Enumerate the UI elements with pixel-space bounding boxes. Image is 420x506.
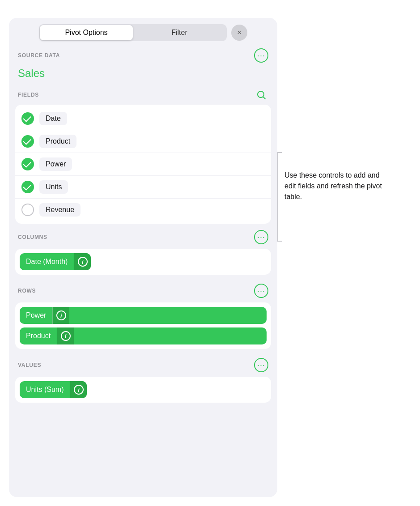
panel-content: SOURCE DATA ··· Sales FIELDS [9, 47, 277, 497]
values-more-button[interactable]: ··· [254, 358, 268, 372]
checkbox-power[interactable] [21, 158, 34, 170]
fields-search-button[interactable] [254, 88, 268, 102]
source-data-row: SOURCE DATA ··· [9, 47, 277, 65]
search-icon [256, 89, 267, 100]
rows-tag-product-info[interactable]: i [57, 327, 74, 344]
columns-more-dots-icon: ··· [257, 233, 265, 242]
rows-tag-power[interactable]: Power i [20, 307, 267, 324]
source-data-label: SOURCE DATA [18, 52, 60, 59]
tab-pivot-options[interactable]: Pivot Options [40, 25, 133, 40]
columns-label: COLUMNS [18, 234, 47, 240]
rows-more-button[interactable]: ··· [254, 284, 268, 298]
close-icon: × [237, 28, 242, 37]
checkbox-product[interactable] [21, 135, 34, 148]
field-pill-power: Power [39, 157, 72, 171]
checkbox-revenue[interactable] [21, 204, 34, 216]
tab-bar: Pivot Options Filter × [9, 18, 277, 47]
field-item-date[interactable]: Date [15, 107, 271, 130]
annotation-area: Use these controls to add and edit field… [277, 9, 392, 506]
rows-box: Power i Product i [15, 302, 271, 349]
field-item-power[interactable]: Power [15, 153, 271, 176]
tab-filter[interactable]: Filter [133, 25, 226, 40]
annotation-text: Use these controls to add and edit field… [284, 152, 392, 202]
values-tag-units-sum-info[interactable]: i [70, 381, 87, 398]
rows-tag-product[interactable]: Product i [20, 327, 267, 344]
svg-line-1 [263, 97, 266, 99]
columns-more-button[interactable]: ··· [254, 230, 268, 244]
field-pill-revenue: Revenue [39, 203, 81, 217]
close-button[interactable]: × [231, 25, 247, 41]
source-data-more-button[interactable]: ··· [254, 48, 268, 63]
source-data-title: Sales [9, 65, 277, 81]
info-icon-product: i [61, 331, 71, 341]
more-dots-icon: ··· [257, 51, 265, 60]
columns-tag-date-month[interactable]: Date (Month) i [20, 253, 91, 270]
checkbox-units[interactable] [21, 181, 34, 193]
columns-box: Date (Month) i [15, 249, 271, 275]
bracket-line [277, 152, 278, 242]
field-pill-date: Date [39, 112, 67, 125]
rows-more-dots-icon: ··· [257, 286, 265, 296]
fields-list: Date Product Power Units [15, 105, 271, 224]
columns-tag-date-month-label: Date (Month) [20, 258, 74, 266]
field-item-revenue[interactable]: Revenue [15, 199, 271, 221]
field-pill-units: Units [39, 180, 68, 194]
field-item-units[interactable]: Units [15, 176, 271, 199]
columns-header-row: COLUMNS ··· [9, 224, 277, 246]
rows-tag-product-label: Product [20, 332, 57, 340]
rows-tag-power-info[interactable]: i [52, 307, 69, 324]
info-icon: i [78, 257, 88, 267]
values-tag-units-sum[interactable]: Units (Sum) i [20, 381, 87, 398]
values-more-dots-icon: ··· [257, 361, 265, 370]
values-header-row: VALUES ··· [9, 352, 277, 374]
tabs-group: Pivot Options Filter [39, 24, 227, 41]
rows-label: ROWS [18, 288, 36, 294]
checkbox-date[interactable] [21, 112, 34, 125]
values-box: Units (Sum) i [15, 377, 271, 403]
pivot-options-panel: Pivot Options Filter × SOURCE DATA ··· S… [9, 18, 277, 497]
columns-tag-date-month-info[interactable]: i [74, 253, 91, 270]
rows-header-row: ROWS ··· [9, 277, 277, 300]
info-icon-power: i [56, 310, 66, 320]
info-icon-units-sum: i [74, 385, 84, 395]
field-pill-product: Product [39, 135, 76, 148]
field-item-product[interactable]: Product [15, 130, 271, 153]
fields-label: FIELDS [18, 92, 39, 98]
fields-header: FIELDS [9, 81, 277, 105]
values-label: VALUES [18, 362, 41, 368]
values-tag-units-sum-label: Units (Sum) [20, 386, 70, 394]
rows-tag-power-label: Power [20, 311, 52, 319]
